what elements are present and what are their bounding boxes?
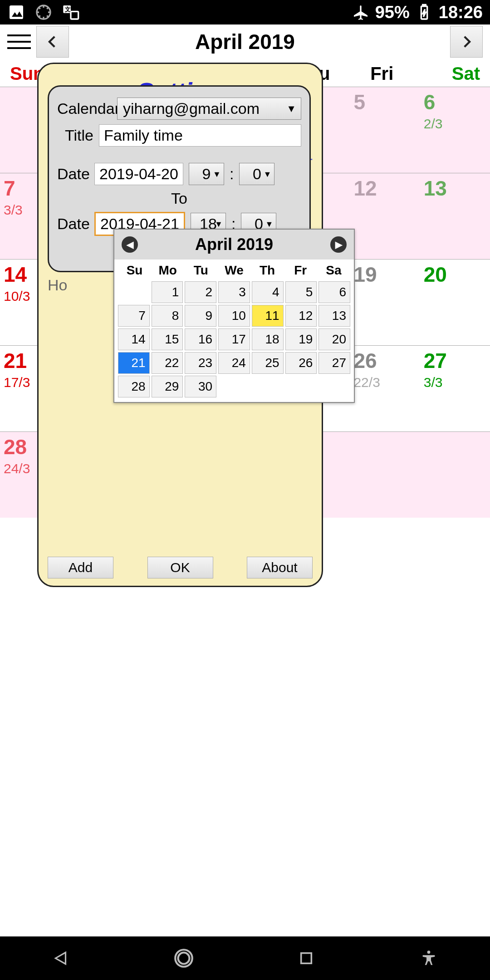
dp-dow-tu: Tu: [184, 263, 217, 278]
system-nav-bar: [0, 936, 490, 980]
dp-day[interactable]: 12: [285, 305, 317, 327]
svg-point-11: [178, 953, 190, 964]
svg-rect-12: [301, 953, 312, 964]
day-cell[interactable]: 62/3: [420, 87, 490, 173]
dp-day[interactable]: 8: [152, 305, 183, 327]
svg-rect-4: [71, 11, 78, 19]
page-title: April 2019: [195, 29, 295, 54]
dp-day[interactable]: 22: [152, 352, 183, 374]
day-cell[interactable]: 12: [350, 173, 420, 259]
dp-day[interactable]: 30: [185, 376, 216, 397]
day-number: 20: [424, 262, 486, 287]
dp-day[interactable]: 29: [152, 376, 183, 397]
from-date-input[interactable]: 2019-04-20: [94, 163, 183, 185]
dp-day[interactable]: 4: [252, 281, 284, 303]
dp-empty: [118, 281, 150, 303]
dp-day[interactable]: 10: [218, 305, 250, 327]
back-button[interactable]: [48, 945, 75, 972]
day-cell[interactable]: 273/3: [420, 346, 490, 431]
dow-sat: Sat: [416, 64, 485, 84]
date-picker: ◀ April 2019 ▶ Su Mo Tu We Th Fr Sa 1234…: [113, 229, 355, 403]
day-cell[interactable]: 19: [350, 260, 420, 345]
menu-button[interactable]: [5, 28, 33, 55]
dow-fri: Fri: [348, 64, 416, 84]
accessibility-button[interactable]: [415, 945, 442, 972]
dp-day[interactable]: 23: [185, 352, 216, 374]
day-cell[interactable]: 2622/3: [350, 346, 420, 431]
airplane-icon: [352, 3, 370, 21]
lunar-date: 22/3: [353, 375, 416, 390]
calendar-select[interactable]: yiharng@gmail.com: [117, 98, 301, 120]
svg-rect-7: [422, 5, 426, 6]
sync-icon: [34, 3, 53, 21]
app-header: April 2019: [0, 24, 490, 59]
dp-day[interactable]: 21: [118, 352, 150, 374]
day-number: 27: [424, 348, 486, 373]
clock-text: 18:26: [439, 3, 483, 22]
dp-day[interactable]: 15: [152, 328, 183, 350]
dp-dow-su: Su: [118, 263, 151, 278]
day-number: 26: [353, 348, 416, 373]
status-bar: 文 95% 18:26: [0, 0, 490, 24]
from-min-select[interactable]: 0: [239, 163, 274, 185]
dp-day[interactable]: 28: [118, 376, 150, 397]
dp-dow-mo: Mo: [151, 263, 184, 278]
dp-title: April 2019: [138, 235, 330, 254]
dp-day[interactable]: 16: [185, 328, 216, 350]
dp-day[interactable]: 6: [318, 281, 350, 303]
modal-ok-button[interactable]: OK: [147, 557, 213, 578]
battery-percent: 95%: [375, 3, 410, 22]
dp-day[interactable]: 3: [218, 281, 250, 303]
dp-day[interactable]: 20: [318, 328, 350, 350]
svg-point-13: [427, 951, 431, 954]
dp-day[interactable]: 26: [285, 352, 317, 374]
dp-dow-sa: Sa: [317, 263, 350, 278]
dp-day[interactable]: 7: [118, 305, 150, 327]
modal-about-button[interactable]: About: [247, 557, 313, 578]
day-cell[interactable]: 13: [420, 173, 490, 259]
dp-day[interactable]: 18: [252, 328, 284, 350]
recent-button[interactable]: [293, 945, 320, 972]
dp-day[interactable]: 9: [185, 305, 216, 327]
dp-prev-button[interactable]: ◀: [122, 236, 138, 253]
day-cell[interactable]: [420, 432, 490, 518]
dp-day[interactable]: 24: [218, 352, 250, 374]
dp-dow-we: We: [217, 263, 250, 278]
translate-icon: 文: [62, 3, 80, 21]
dp-day[interactable]: 11: [252, 305, 284, 327]
title-label: Title: [57, 127, 93, 144]
dp-day[interactable]: 2: [185, 281, 216, 303]
dp-dow-th: Th: [251, 263, 284, 278]
prev-month-button[interactable]: [36, 26, 69, 58]
picture-icon: [7, 3, 25, 21]
dp-day[interactable]: 27: [318, 352, 350, 374]
dp-day[interactable]: 14: [118, 328, 150, 350]
day-cell[interactable]: 20: [420, 260, 490, 345]
next-month-button[interactable]: [450, 26, 483, 58]
blank-area: [0, 847, 490, 936]
from-hour-select[interactable]: 9: [189, 163, 224, 185]
to-date-label: Date: [57, 215, 89, 233]
day-number: 19: [353, 262, 416, 287]
title-input[interactable]: Family time: [99, 124, 301, 147]
day-cell[interactable]: [350, 432, 420, 518]
month-view: Sun Mon Tue Wed Thu Fri Sat 1234562/373/…: [0, 59, 490, 847]
home-button[interactable]: [170, 945, 197, 972]
ho-label: Ho: [48, 270, 67, 300]
to-label: To: [57, 190, 301, 207]
svg-marker-8: [422, 9, 426, 17]
dp-day[interactable]: 13: [318, 305, 350, 327]
svg-text:文: 文: [64, 6, 71, 13]
dp-next-button[interactable]: ▶: [330, 236, 347, 253]
dp-day[interactable]: 5: [285, 281, 317, 303]
from-date-label: Date: [57, 165, 89, 183]
modal-add-button[interactable]: Add: [48, 557, 113, 578]
dp-day[interactable]: 19: [285, 328, 317, 350]
battery-charging-icon: [415, 3, 433, 21]
dp-day[interactable]: 17: [218, 328, 250, 350]
day-cell[interactable]: 5: [350, 87, 420, 173]
dp-day[interactable]: 1: [152, 281, 183, 303]
svg-marker-9: [55, 952, 65, 964]
dp-day[interactable]: 25: [252, 352, 284, 374]
lunar-date: 3/3: [424, 375, 486, 390]
